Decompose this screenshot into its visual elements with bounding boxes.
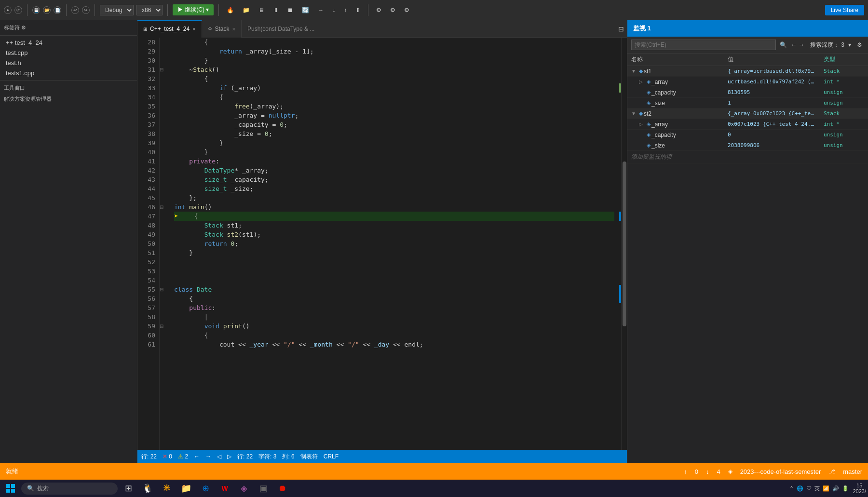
gutter-33 xyxy=(160,83,170,93)
taskbar-chevron[interactable]: ⌃ xyxy=(789,485,794,492)
watch-expand-st2[interactable]: ▼ xyxy=(631,111,638,116)
sidebar-item-test-cpp[interactable]: test.cpp xyxy=(0,48,137,58)
gutter-43 xyxy=(160,175,170,184)
gutter-55[interactable]: ⊟ xyxy=(160,285,170,294)
watch-settings[interactable]: ⚙ xyxy=(855,40,864,49)
watch-expand-st2-array[interactable]: ▷ xyxy=(639,121,646,127)
gutter-31[interactable]: ⊟ xyxy=(160,65,170,74)
scrollbar-thumb[interactable] xyxy=(623,161,626,326)
col-header-type: 类型 xyxy=(820,54,868,66)
taskbar-shield-icon[interactable]: 🛡 xyxy=(806,485,812,491)
start-button[interactable] xyxy=(2,481,19,496)
toolbar-undo[interactable]: ↩ xyxy=(71,6,79,14)
watch-icon-st1-array: ◈ xyxy=(647,79,651,85)
toolbar-sep-2 xyxy=(66,4,67,16)
watch-search-icon[interactable]: 🔍 xyxy=(778,40,789,49)
breadcrumb: Push(const DataType & ... xyxy=(247,26,314,32)
taskbar-app-wps[interactable]: W xyxy=(216,480,233,497)
toolbar-extra-2[interactable]: ⚙ xyxy=(387,6,398,14)
status-branch-name: 2023---code-of-last-semester xyxy=(740,468,821,475)
taskbar-lang-icon[interactable]: 英 xyxy=(814,485,820,492)
toolbar-btn-monitor[interactable]: 🖥 xyxy=(256,6,267,14)
toolbar-btn-up[interactable]: ⬆ xyxy=(353,6,363,14)
toolbar-save[interactable]: 💾 xyxy=(32,6,40,14)
toolbar-btn-fire[interactable]: 🔥 xyxy=(224,6,237,14)
taskbar-app-wechat[interactable]: 🐧 xyxy=(139,480,156,497)
taskbar-app-edge[interactable]: ⊕ xyxy=(197,480,214,497)
watch-label-st1-cap: _capacity xyxy=(651,89,676,96)
toolbar-btn-stepover[interactable]: → xyxy=(315,6,326,14)
taskbar-volume-icon[interactable]: 🔊 xyxy=(832,485,839,492)
debug-mode-select[interactable]: Debug xyxy=(100,5,134,15)
sidebar-item-project[interactable]: ++ test_4_24 xyxy=(0,38,137,48)
code-line-57: public: xyxy=(174,303,614,312)
toolbar-redo[interactable]: ↪ xyxy=(82,6,90,14)
taskbar-battery-icon[interactable]: 🔋 xyxy=(842,485,849,492)
taskbar-app-explorer[interactable]: 📁 xyxy=(177,480,195,497)
toolbar-btn-stepout[interactable]: ↑ xyxy=(341,6,350,14)
taskbar-time[interactable]: 15 2023/ xyxy=(853,483,866,494)
sidebar-item-test-h[interactable]: test.h xyxy=(0,58,137,68)
editor-area: ⊞ C++_test_4_24 × ⚙ Stack × Push(const D… xyxy=(137,20,627,463)
taskbar-app-dark[interactable]: ▣ xyxy=(255,480,272,497)
watch-nav-right[interactable]: → xyxy=(799,41,804,48)
tab-stack[interactable]: ⚙ Stack × xyxy=(202,20,242,38)
toolbar-btn-stop[interactable]: ⏹ xyxy=(285,6,296,14)
continue-button[interactable]: ▶ 继续(C) ▾ xyxy=(173,4,214,15)
toolbar-new[interactable]: 📄 xyxy=(54,6,61,14)
toolbar-btn-stepinto[interactable]: ↓ xyxy=(329,6,338,14)
nav-next[interactable]: ▷ xyxy=(227,453,231,460)
nav-right[interactable]: → xyxy=(205,453,211,460)
taskbar-wifi-icon[interactable]: 📶 xyxy=(823,485,829,492)
taskbar-network-icon[interactable]: 🌐 xyxy=(797,485,803,492)
sidebar-solution-explorer[interactable]: 解决方案资源管理器 xyxy=(0,94,137,105)
tab-mode: 制表符 xyxy=(300,453,318,461)
gutter-46[interactable]: ⊟ xyxy=(160,202,170,212)
tab-cpp-test-4-24[interactable]: ⊞ C++_test_4_24 × xyxy=(137,20,202,38)
gutter-61 xyxy=(160,340,170,349)
watch-search-input[interactable] xyxy=(631,40,776,50)
taskbar-app-mi[interactable]: 米 xyxy=(158,480,176,497)
status-git-branch: master xyxy=(843,468,862,475)
watch-expand-st1[interactable]: ▼ xyxy=(631,68,638,74)
tab-label-1: C++_test_4_24 xyxy=(150,26,190,32)
search-icon: 🔍 xyxy=(27,485,34,492)
tab-close-1[interactable]: × xyxy=(192,26,195,32)
toolbar-extra-1[interactable]: ⚙ xyxy=(373,6,384,14)
toolbar-btn-pause[interactable]: ⏸ xyxy=(270,6,282,14)
watch-expand-st1-array[interactable]: ▷ xyxy=(639,79,646,84)
toolbar-extra-3[interactable]: ⚙ xyxy=(401,6,412,14)
status-branch-icon: ◈ xyxy=(728,468,732,475)
taskbar-search[interactable]: 🔍 搜索 xyxy=(21,483,118,495)
col-header-value: 值 xyxy=(724,54,820,66)
gutter-36 xyxy=(160,111,170,120)
tab-close-2[interactable]: × xyxy=(232,26,235,32)
sidebar-item-tests1-cpp[interactable]: tests1.cpp xyxy=(0,68,137,78)
arch-select[interactable]: x86 xyxy=(136,5,163,15)
nav-prev[interactable]: ◁ xyxy=(217,453,221,460)
gutter-45 xyxy=(160,193,170,202)
code-editor[interactable]: { return _array[_size - 1]; } ~Stack() {… xyxy=(170,38,614,450)
toolbar-btn-folder[interactable]: 📁 xyxy=(240,6,253,14)
taskbar-app-rec[interactable]: ⏺ xyxy=(274,480,291,497)
toolbar-circle-1[interactable]: ● xyxy=(4,6,12,14)
watch-nav-left[interactable]: ← xyxy=(791,41,797,48)
watch-depth-dropdown[interactable]: ▾ xyxy=(846,40,853,49)
toolbar-open[interactable]: 📂 xyxy=(43,6,51,14)
toolbar-btn-restart[interactable]: 🔄 xyxy=(299,6,312,14)
liveshare-button[interactable]: Live Share xyxy=(825,5,864,15)
watch-cell-st1-size-name: ▷ ◈ _size xyxy=(627,99,724,107)
nav-left[interactable]: ← xyxy=(194,453,200,460)
watch-add-item-row[interactable]: 添加要监视的项 xyxy=(627,151,868,163)
search-label: 搜索 xyxy=(37,484,49,493)
vertical-scrollbar[interactable] xyxy=(621,38,627,450)
tab-split-button[interactable]: ⊟ xyxy=(615,23,627,35)
taskbar-app-1[interactable]: ⊞ xyxy=(120,480,137,497)
taskbar-app-vs[interactable]: ◈ xyxy=(235,480,253,497)
toolbar-circle-2[interactable]: ⟳ xyxy=(14,6,22,14)
sidebar-tool-window[interactable]: 工具窗口 xyxy=(0,82,137,94)
code-line-38: _size = 0; xyxy=(174,129,614,138)
gutter-59[interactable]: ⊟ xyxy=(160,322,170,331)
watch-row-st2-size: ▷ ◈ _size 2038099806 unsign xyxy=(627,140,868,151)
windows-logo xyxy=(6,484,15,493)
